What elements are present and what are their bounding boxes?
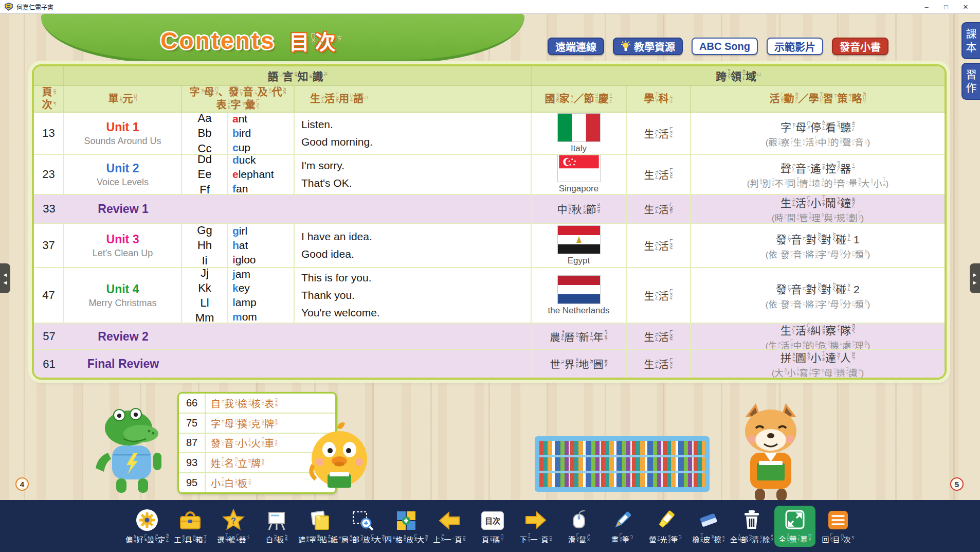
prev-page-edge-arrow[interactable]: ◄◄ bbox=[0, 263, 10, 293]
cell-unit[interactable]: Unit 3 Let's Clean Up bbox=[64, 224, 182, 268]
close-button[interactable]: ✕ bbox=[956, 3, 975, 11]
flag-label: Italy bbox=[571, 144, 587, 154]
toolbar-item-highlighter[interactable]: 螢ㄧㄥˊ光ㄍㄨㄤ筆ㄅㄧˇ bbox=[645, 508, 686, 544]
toolbar-item-whiteboard[interactable]: 白ㄅㄞˊ板ㄅㄢˇ bbox=[256, 508, 297, 544]
left-arrow-icon bbox=[438, 508, 461, 533]
cell-page: 13 bbox=[34, 113, 64, 155]
cell-words: girl hat igloo bbox=[228, 224, 295, 268]
toolbar-item-next-page[interactable]: 下ㄒㄧㄚˋ一ㄧ頁ㄧㄝˋ bbox=[515, 508, 556, 544]
app-window: 何嘉仁電子書 – □ ✕ Contents 目ㄇㄨˋ次ㄘˋ 遠端連線 教學資源 … bbox=[0, 0, 980, 552]
cell-country: 世ㄕˋ界ㄐㄧㄝˋ地ㄉㄧˋ圖ㄊㄨˊ bbox=[532, 350, 627, 378]
activity-note: (依ㄧ發ㄈㄚ音ㄧㄣ將ㄐㄧㄤ字ㄗˋ母ㄇㄨˇ分ㄈㄣ類ㄌㄟˋ) bbox=[766, 297, 870, 310]
group-header-cross-domain: 跨ㄎㄨㄚˋ領ㄌㄧㄥˇ域ㄩˋ bbox=[532, 66, 945, 86]
column-header-phrases: 生ㄕㄥ活ㄏㄨㄛˊ用ㄩㄥˋ語ㄩˇ bbox=[295, 86, 532, 113]
top-button-row: 遠端連線 教學資源 ABC Song 示範影片 發音小書 bbox=[548, 38, 888, 55]
list-icon bbox=[826, 508, 850, 532]
singapore-flag bbox=[557, 155, 601, 182]
activity-note: (判ㄆㄢˋ別ㄅㄧㄝˊ不ㄅㄨˋ同ㄊㄨㄥˊ情ㄑㄧㄥˊ境ㄐㄧㄥˋ的ㄉㄜ˙音ㄧㄣ量ㄌㄧㄤ… bbox=[747, 176, 888, 189]
bookshelf-row bbox=[539, 457, 705, 474]
cell-page: 23 bbox=[34, 155, 64, 195]
phonics-booklet-button[interactable]: 發音小書 bbox=[832, 38, 888, 55]
column-header-country: 國ㄍㄨㄛˊ家ㄐㄧㄚ／節ㄐㄧㄝˊ慶ㄑㄧㄥˋ bbox=[532, 86, 627, 113]
cell-activity: 發ㄈㄚ音ㄧㄣ對ㄉㄨㄟˋ對ㄉㄨㄟˋ碰ㄆㄥˋ 1 (依ㄧ發ㄈㄚ音ㄧㄣ將ㄐㄧㄤ字ㄗˋ母… bbox=[691, 224, 945, 268]
abc-song-button[interactable]: ABC Song bbox=[692, 38, 758, 55]
cell-page: 57 bbox=[34, 324, 64, 350]
egypt-flag bbox=[557, 225, 601, 254]
trash-icon bbox=[740, 508, 764, 532]
cell-activity: 生ㄕㄥ活ㄏㄨㄛˊ小ㄒㄧㄠˇ鬧ㄋㄠˋ鐘ㄓㄨㄥ (時ㄕˊ間ㄐㄧㄢ管ㄍㄨㄢˇ理ㄌㄧˇ與… bbox=[691, 195, 945, 224]
activity-title: 拼ㄆㄧㄣ圖ㄊㄨˊ小ㄒㄧㄠˇ達ㄉㄚˊ人ㄖㄣˊ bbox=[781, 350, 855, 365]
toolbar-item-pen[interactable]: 畫ㄏㄨㄚˋ筆ㄅㄧˇ bbox=[602, 508, 643, 545]
left-chevron-icon: ◄ bbox=[3, 272, 8, 278]
eraser-icon bbox=[697, 508, 720, 532]
toolbar-item-number-picker[interactable]: ? 選ㄒㄩㄢˇ號ㄏㄠˋ器ㄑㄧˋ bbox=[213, 508, 254, 545]
toolbar-item-partial-zoom[interactable]: 局ㄐㄩˊ部ㄅㄨˋ放ㄈㄤˋ大ㄉㄚˋ bbox=[342, 508, 384, 544]
cell-empty bbox=[182, 195, 532, 224]
tab-workbook[interactable]: 習作 bbox=[961, 63, 980, 100]
right-page-badge: 5 bbox=[950, 477, 964, 491]
cell-phrases: This is for you.Thank you.You're welcome… bbox=[295, 268, 532, 324]
minimize-button[interactable]: – bbox=[917, 3, 936, 11]
right-chevron-icon: ► bbox=[972, 279, 978, 286]
toolbar-item-clear-all[interactable]: 全ㄑㄩㄢˊ部ㄅㄨˋ清ㄑㄧㄥ除ㄔㄨˊ bbox=[731, 508, 772, 545]
cell-activity: 生ㄕㄥ活ㄏㄨㄛˊ糾ㄐㄧㄡ察ㄔㄚˊ隊ㄉㄨㄟˋ (生ㄕㄥ活ㄏㄨㄛˊ中ㄓㄨㄥ的ㄉㄜ˙危… bbox=[691, 324, 945, 350]
right-chevron-icon: ► bbox=[972, 272, 978, 278]
bottom-toolbar: 偏ㄆㄧㄢ好ㄏㄠˋ設ㄕㄜˋ定ㄉㄧㄥˋ 工ㄍㄨㄥ具ㄐㄩˋ箱ㄒㄧㄤ ? 選ㄒㄩㄢˇ號ㄏ… bbox=[0, 500, 980, 552]
cell-page: 33 bbox=[34, 195, 64, 224]
cell-unit[interactable]: Review 2 bbox=[64, 324, 182, 350]
activity-title: 生ㄕㄥ活ㄏㄨㄛˊ小ㄒㄧㄠˇ鬧ㄋㄠˋ鐘ㄓㄨㄥ bbox=[781, 195, 855, 210]
bookshelf-illustration bbox=[535, 436, 710, 492]
unit-subtitle: Merry Christmas bbox=[88, 298, 156, 309]
cell-page: 61 bbox=[34, 350, 64, 378]
maximize-button[interactable]: □ bbox=[936, 3, 956, 11]
cell-country: 中ㄓㄨㄥ秋ㄑㄧㄡ節ㄐㄧㄝˊ bbox=[532, 195, 627, 224]
cell-letters: JjKkLlMm bbox=[182, 268, 228, 324]
column-header-letters-words: 字ㄗˋ母ㄇㄨˇ、發ㄈㄚ音ㄧㄣ及ㄐㄧˊ代ㄉㄞˋ表ㄅㄧㄠˇ字ㄗˋ彙ㄏㄨㄟˋ bbox=[182, 86, 295, 113]
page-title-zh: 目ㄇㄨˋ次ㄘˋ bbox=[289, 26, 341, 56]
next-page-edge-arrow[interactable]: ►► bbox=[970, 263, 980, 293]
activity-note: (觀ㄍㄨㄢ察ㄔㄚˊ生ㄕㄥ活ㄏㄨㄛˊ中ㄓㄨㄥ的ㄉㄜ˙聲ㄕㄥ音ㄧㄣ) bbox=[766, 135, 870, 148]
cell-unit[interactable]: Unit 4 Merry Christmas bbox=[64, 268, 182, 324]
remote-connect-button[interactable]: 遠端連線 bbox=[548, 38, 604, 55]
whiteboard-icon bbox=[265, 508, 288, 533]
quad-grid-icon bbox=[394, 508, 418, 533]
cell-activity: 拼ㄆㄧㄣ圖ㄊㄨˊ小ㄒㄧㄠˇ達ㄉㄚˊ人ㄖㄣˊ (大ㄉㄚˋ小ㄒㄧㄠˇ寫ㄒㄧㄝˇ字ㄗˋ… bbox=[691, 350, 945, 378]
cell-subject: 生ㄕㄥ活ㄏㄨㄛˊ bbox=[627, 268, 691, 324]
toolbar-item-quad-zoom[interactable]: 四ㄙˋ格ㄍㄜˊ放ㄈㄤˋ大ㄉㄚˋ bbox=[386, 508, 427, 544]
toolbar-item-previous-page[interactable]: 上ㄕㄤˋ一ㄧ頁ㄧㄝˋ bbox=[429, 508, 470, 544]
flag-label: Egypt bbox=[568, 256, 590, 266]
toolbar-item-eraser[interactable]: 橡ㄒㄧㄤˋ皮ㄆㄧˊ擦ㄘㄚ bbox=[688, 508, 729, 544]
activity-title: 聲ㄕㄥ音ㄧㄣ遙ㄧㄠˊ控ㄎㄨㄥˋ器ㄑㄧˋ bbox=[781, 160, 855, 175]
cell-subject: 生ㄕㄥ活ㄏㄨㄛˊ bbox=[627, 324, 691, 350]
app-logo-icon bbox=[5, 3, 13, 11]
cell-phrases: Listen.Good morning. bbox=[295, 113, 532, 155]
cell-unit[interactable]: Review 1 bbox=[64, 195, 182, 224]
toolbar-item-back-to-contents[interactable]: 回ㄏㄨㄟˊ目ㄇㄨˋ次ㄘˋ bbox=[818, 508, 859, 545]
toolbar-item-mask-stickers[interactable]: 遮ㄓㄜ罩ㄓㄠˋ貼ㄊㄧㄝ紙ㄓˇ bbox=[299, 508, 340, 544]
demo-video-button[interactable]: 示範影片 bbox=[767, 38, 823, 55]
unit-title: Unit 3 bbox=[106, 233, 139, 246]
cell-letters: AaBbCc bbox=[182, 113, 228, 155]
cell-country: 農ㄋㄨㄥˊ曆ㄌㄧˋ新ㄒㄧㄣ年ㄋㄧㄢˊ bbox=[532, 324, 627, 350]
appendix-row[interactable]: 66自ㄗˋ我ㄨㄛˇ檢ㄐㄧㄢˇ核ㄏㄜˊ表ㄅㄧㄠˇ bbox=[179, 394, 335, 414]
cell-unit[interactable]: Unit 2 Voice Levels bbox=[64, 155, 182, 195]
activity-note: (依ㄧ發ㄈㄚ音ㄧㄣ將ㄐㄧㄤ字ㄗˋ母ㄇㄨˇ分ㄈㄣ類ㄌㄟˋ) bbox=[766, 247, 870, 260]
toolbar-item-fullscreen[interactable]: 全ㄑㄩㄢˊ螢ㄧㄥˊ幕ㄇㄨˋ bbox=[774, 506, 815, 547]
column-header-subject: 學ㄒㄩㄝˊ科ㄎㄜ bbox=[627, 86, 691, 113]
cell-unit[interactable]: Unit 1 Sounds Around Us bbox=[64, 113, 182, 155]
toolbar-item-mouse[interactable]: 滑ㄏㄨㄚˊ鼠ㄕㄨˇ bbox=[558, 508, 600, 545]
activity-title: 發ㄈㄚ音ㄧㄣ對ㄉㄨㄟˋ對ㄉㄨㄟˋ碰ㄆㄥˋ 2 bbox=[776, 281, 860, 296]
toolbar-item-toolbox[interactable]: 工ㄍㄨㄥ具ㄐㄩˋ箱ㄒㄧㄤ bbox=[170, 508, 211, 544]
unit-title: Unit 4 bbox=[106, 282, 139, 296]
svg-text:?: ? bbox=[231, 517, 236, 525]
cell-words: ant bird cup bbox=[228, 113, 295, 155]
toolbar-item-page-number[interactable]: 目次 頁ㄧㄝˋ碼ㄇㄚˇ bbox=[472, 508, 513, 544]
cell-unit[interactable]: Final Review bbox=[64, 350, 182, 378]
unit-title: Review 2 bbox=[98, 330, 148, 344]
toolbar-item-preferences[interactable]: 偏ㄆㄧㄢ好ㄏㄠˋ設ㄕㄜˋ定ㄉㄧㄥˋ bbox=[126, 508, 168, 544]
bookshelf-row bbox=[539, 441, 705, 457]
tab-textbook[interactable]: 課本 bbox=[961, 22, 980, 59]
teaching-resources-button[interactable]: 教學資源 bbox=[613, 38, 683, 55]
contents-table: 語ㄩˇ言ㄧㄢˊ知ㄓ識ㄕˋ 跨ㄎㄨㄚˋ領ㄌㄧㄥˇ域ㄩˋ 頁ㄧㄝˋ次ㄘˋ 單ㄉㄢ元ㄩ… bbox=[32, 64, 947, 380]
activity-title: 字ㄗˋ母ㄇㄨˇ停ㄊㄧㄥˊ看ㄎㄢˋ聽ㄊㄧㄥ bbox=[781, 119, 855, 134]
